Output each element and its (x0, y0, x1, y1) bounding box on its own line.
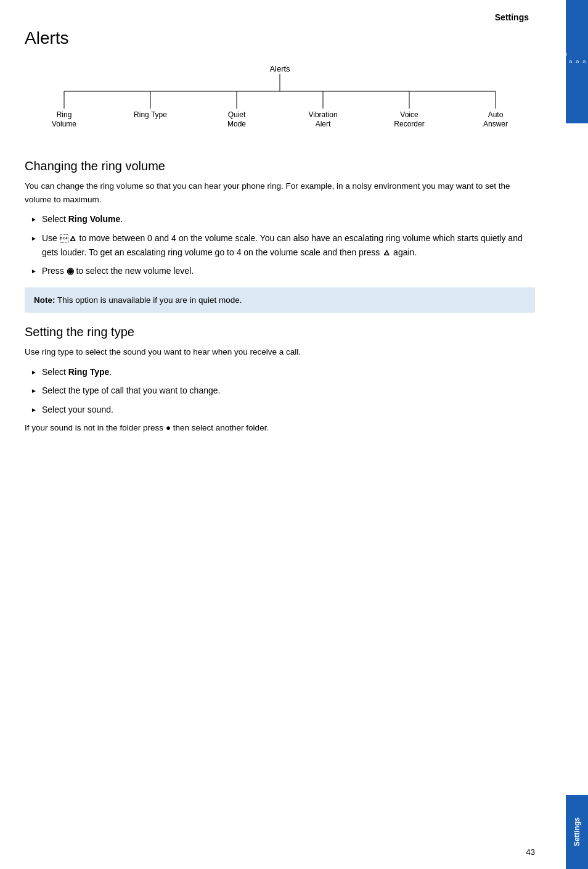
svg-text:Auto: Auto (488, 110, 504, 119)
svg-text:Ring Type: Ring Type (134, 110, 167, 119)
svg-text:Mode: Mode (227, 120, 246, 128)
header-title: Settings (495, 12, 529, 22)
sidebar-top-tab: Menu > Settings > Alerts » » » » (566, 0, 588, 123)
arrow-icon-4: ► (31, 368, 37, 377)
note-text: Note: This option is unavailable if you … (34, 295, 242, 305)
bullet-1: ► Select Ring Volume. (31, 212, 535, 226)
bullet-2: ► Use  🜂 to move between 0 and 4 on the… (31, 231, 535, 260)
bullet-3-text: Press ◉ to select the new volume level. (42, 264, 194, 278)
ring-type-bullet-1: ► Select Ring Type. (31, 365, 535, 379)
svg-text:Vibration: Vibration (308, 110, 337, 119)
tree-diagram: Alerts Ring Volume Ring Type Quiet Mode … (25, 60, 535, 141)
svg-text:Recorder: Recorder (394, 120, 424, 128)
ring-volume-intro: You can change the ring volume so that y… (25, 179, 535, 206)
arrow-icon-6: ► (31, 405, 37, 415)
svg-text:Quiet: Quiet (228, 110, 246, 119)
sidebar-bottom-label: Settings (573, 817, 581, 846)
svg-text:Answer: Answer (483, 120, 508, 128)
ring-type-bullets: ► Select Ring Type. ► Select the type of… (31, 365, 535, 416)
ring-type-bullet-3: ► Select your sound. (31, 403, 535, 416)
svg-text:Voice: Voice (400, 110, 419, 119)
ring-volume-bullets: ► Select Ring Volume. ► Use  🜂 to move … (31, 212, 535, 278)
arrow-icon-5: ► (31, 386, 37, 396)
section-title-ring-volume: Changing the ring volume (25, 159, 535, 173)
section-title-ring-type: Setting the ring type (25, 325, 535, 339)
bullet-1-text: Select Ring Volume. (42, 212, 123, 226)
svg-text:Alerts: Alerts (269, 64, 290, 73)
arrow-icon-2: ► (31, 234, 37, 244)
note-box: Note: This option is unavailable if you … (25, 287, 535, 313)
ring-type-bullet-1-text: Select Ring Type. (42, 365, 112, 379)
sidebar-spacer (566, 123, 588, 795)
sidebar-bottom-tab: Settings (566, 795, 588, 869)
ring-type-extra: If your sound is not in the folder press… (25, 421, 535, 435)
svg-text:Alert: Alert (316, 120, 331, 128)
arrow-icon-1: ► (31, 215, 37, 224)
ring-type-intro: Use ring type to select the sound you wa… (25, 345, 535, 359)
ring-type-bullet-2: ► Select the type of call that you want … (31, 384, 535, 397)
ring-type-bullet-3-text: Select your sound. (42, 403, 113, 416)
bullet-2-text: Use  🜂 to move between 0 and 4 on the v… (42, 231, 535, 260)
page-title: Alerts (25, 28, 535, 48)
sidebar-top-label: Menu > Settings > Alerts » » » » (560, 21, 588, 102)
arrow-icon-3: ► (31, 266, 37, 276)
ring-type-bullet-2-text: Select the type of call that you want to… (42, 384, 221, 397)
right-sidebar: Menu > Settings > Alerts » » » » Setting… (566, 0, 588, 869)
svg-text:Volume: Volume (52, 120, 76, 128)
page-header: Settings (25, 12, 535, 22)
page-number: 43 (526, 847, 535, 857)
bullet-3: ► Press ◉ to select the new volume level… (31, 264, 535, 278)
svg-text:Ring: Ring (57, 110, 72, 119)
